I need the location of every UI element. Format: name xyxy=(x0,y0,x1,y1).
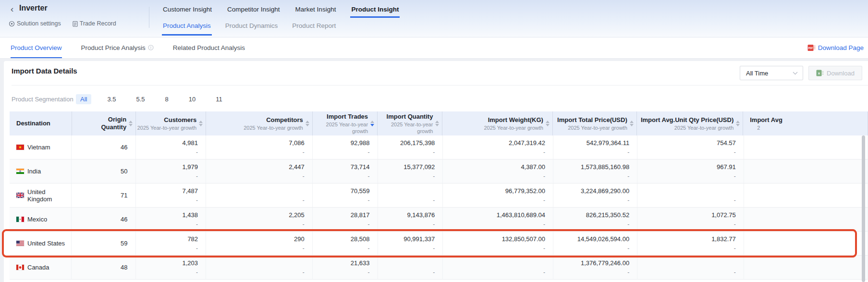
import-quantity-value: 15,377,092 xyxy=(378,162,435,172)
column-title: Import Trades xyxy=(313,113,368,121)
customers-cell: 1,979- xyxy=(136,159,207,183)
competitors-growth: - xyxy=(206,220,305,229)
extra-cell xyxy=(744,256,868,279)
destination-cell[interactable]: Vietnam xyxy=(10,135,72,159)
sub-tab-product-analysis[interactable]: Product Analysis xyxy=(162,21,212,36)
import-trades-value[interactable]: 28,817 xyxy=(313,210,370,220)
origin-quantity-link[interactable]: 46 xyxy=(121,215,127,224)
column-subtitle: 2025 Year-to-year growth xyxy=(313,121,368,135)
segmentation-option-5-5[interactable]: 5.5 xyxy=(132,94,149,104)
sort-arrows-icon[interactable] xyxy=(199,121,203,126)
sort-arrows-icon[interactable] xyxy=(306,121,309,126)
segmentation-option-11[interactable]: 11 xyxy=(211,94,227,104)
column-header-import-avg-unit-qty-price-usd[interactable]: Import Avg.Unit Qty Price(USD)2025 Year-… xyxy=(637,111,743,135)
customers-growth: - xyxy=(136,196,198,205)
page-tab-related-product-analysis[interactable]: Related Product Analysis xyxy=(173,37,245,58)
import-trades-value[interactable]: 70,559 xyxy=(313,186,370,196)
page-tab-label: Product Price Analysis xyxy=(81,44,146,51)
vertical-scrollbar[interactable] xyxy=(862,135,865,282)
solution-settings-button[interactable]: Solution settings xyxy=(9,20,61,27)
info-icon xyxy=(148,45,154,50)
column-header-import-trades[interactable]: Import Trades2025 Year-to-year growth xyxy=(313,111,378,135)
trade-record-button[interactable]: Trade Record xyxy=(73,20,116,27)
import-quantity-value: 9,143,876 xyxy=(378,210,435,220)
competitors-cell: 2,205- xyxy=(206,208,313,231)
sub-tab-product-report[interactable]: Product Report xyxy=(291,21,337,36)
sort-arrows-icon[interactable] xyxy=(435,121,439,126)
destination-cell[interactable]: United States xyxy=(10,232,72,255)
sort-desc-caret xyxy=(199,124,203,126)
sub-tabs: Product AnalysisProduct DynamicsProduct … xyxy=(162,21,337,36)
main-tab-customer-insight[interactable]: Customer Insight xyxy=(162,3,213,18)
import-avg-price-cell: 1,072.75- xyxy=(637,208,744,231)
page-tab-product-price-analysis[interactable]: Product Price Analysis xyxy=(81,37,154,58)
import-total-price-growth: - xyxy=(553,148,629,157)
svg-text:x: x xyxy=(818,71,820,75)
product-segmentation-row: Product Segmentation All3.55.581011 xyxy=(12,93,227,105)
column-header-import-quantity[interactable]: Import Quantity2025 Year-to-year growth xyxy=(378,111,442,135)
column-header-import-total-price-usd[interactable]: Import Total Price(USD)2025 Year-to-year… xyxy=(553,111,637,135)
competitors-value: 7,086 xyxy=(206,138,305,148)
column-title: Customers xyxy=(137,116,197,124)
import-avg-price-value: 1,832.77 xyxy=(637,234,736,244)
country-name: India xyxy=(27,168,41,175)
import-quantity-growth: - xyxy=(378,148,435,157)
competitors-value xyxy=(206,258,305,268)
customers-cell: 7,487- xyxy=(136,184,207,207)
extra-value xyxy=(744,210,860,220)
destination-cell[interactable]: Canada xyxy=(10,256,72,279)
sort-asc-caret xyxy=(736,121,740,123)
import-avg-price-growth: - xyxy=(637,172,736,181)
main-tab-competitor-insight[interactable]: Competitor Insight xyxy=(226,3,281,18)
column-header-customers[interactable]: Customers2025 Year-to-year growth xyxy=(136,111,206,135)
main-tab-product-insight[interactable]: Product Insight xyxy=(350,3,400,18)
import-total-price-cell: 1,376,779,246.00- xyxy=(553,256,637,279)
sort-arrows-icon[interactable] xyxy=(370,121,374,126)
segmentation-option-all[interactable]: All xyxy=(76,94,91,104)
segmentation-option-8[interactable]: 8 xyxy=(161,94,173,104)
origin-quantity-link[interactable]: 46 xyxy=(121,143,127,152)
column-subtitle: 2025 Year-to-year growth xyxy=(137,124,197,131)
sort-arrows-icon[interactable] xyxy=(736,121,740,126)
import-avg-price-growth: - xyxy=(637,268,736,277)
page-tab-product-overview[interactable]: Product Overview xyxy=(11,37,62,58)
sort-arrows-icon[interactable] xyxy=(546,121,550,126)
origin-quantity-link[interactable]: 50 xyxy=(121,167,127,176)
time-filter-select[interactable]: All Time xyxy=(740,66,803,80)
origin-quantity-link[interactable]: 59 xyxy=(121,239,127,248)
column-header-origin-quantity[interactable]: Origin Quantity xyxy=(72,111,136,135)
import-trades-cell: 28,508- xyxy=(313,232,378,255)
column-header-competitors[interactable]: Competitors2025 Year-to-year growth xyxy=(206,111,312,135)
import-weight-value: 2,047,319.42 xyxy=(443,138,545,148)
back-icon[interactable]: ‹ xyxy=(11,4,13,14)
origin-quantity-link[interactable]: 71 xyxy=(121,191,127,200)
download-button[interactable]: x Download xyxy=(808,66,862,80)
segmentation-option-10[interactable]: 10 xyxy=(184,94,200,104)
import-trades-value[interactable]: 28,508 xyxy=(313,234,370,244)
column-subtitle: 2025 Year-to-year growth xyxy=(484,124,543,131)
download-page-link[interactable]: PDF Download Page xyxy=(807,37,864,58)
sort-arrows-icon[interactable] xyxy=(129,121,133,126)
table-header-row: DestinationOrigin QuantityCustomers2025 … xyxy=(10,111,868,135)
import-weight-growth: - xyxy=(443,172,545,181)
competitors-growth: - xyxy=(206,196,305,205)
destination-cell[interactable]: United Kingdom xyxy=(10,184,72,207)
main-tab-market-insight[interactable]: Market Insight xyxy=(294,3,337,18)
import-quantity-growth: - xyxy=(378,268,435,277)
segmentation-option-3-5[interactable]: 3.5 xyxy=(103,94,120,104)
destination-cell[interactable]: Mexico xyxy=(10,208,72,231)
destination-cell[interactable]: India xyxy=(10,159,72,183)
import-quantity-growth: - xyxy=(378,196,435,205)
origin-quantity-link[interactable]: 48 xyxy=(121,263,127,272)
import-weight-cell: 2,047,319.42- xyxy=(443,135,553,159)
import-total-price-value: 14,549,026,594.00 xyxy=(553,234,629,244)
import-trades-value[interactable]: 73,714 xyxy=(313,162,370,172)
extra-cell xyxy=(744,208,868,231)
import-trades-value[interactable]: 92,988 xyxy=(313,138,370,148)
import-trades-value[interactable]: 21,633 xyxy=(313,258,370,268)
import-trades-cell: 21,633- xyxy=(313,256,378,279)
sub-tab-product-dynamics[interactable]: Product Dynamics xyxy=(224,21,279,36)
sort-arrows-icon[interactable] xyxy=(630,121,634,126)
import-trades-growth: - xyxy=(313,220,370,229)
column-header-import-weight-kg[interactable]: Import Weight(KG)2025 Year-to-year growt… xyxy=(442,111,553,135)
